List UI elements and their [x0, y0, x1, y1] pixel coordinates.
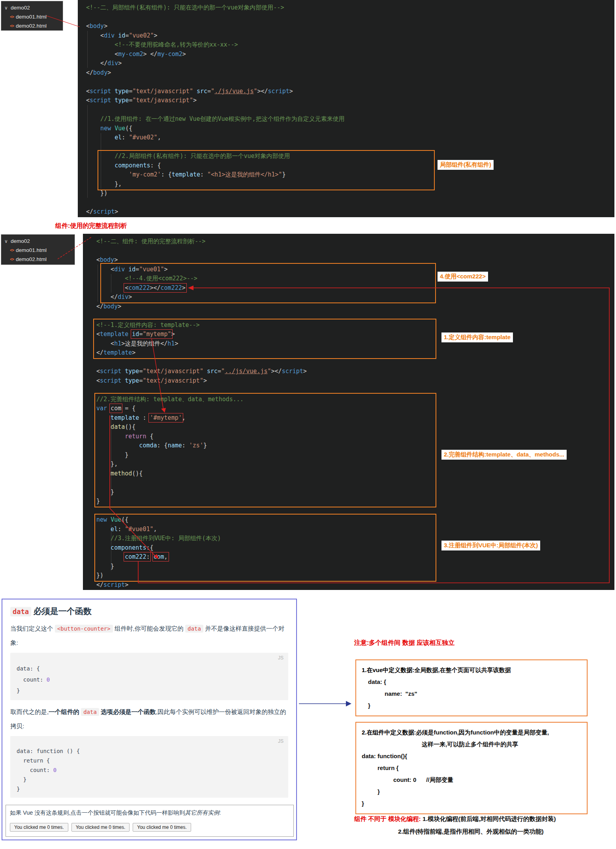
file-explorer-1: ∨ demo02 <> demo01.html <> demo02.html: [1, 1, 63, 31]
doc-code-2: data: function () { return { count: 0 }}: [17, 746, 282, 794]
explorer-file-demo01[interactable]: <> demo01.html: [1, 246, 75, 255]
explorer-folder-demo02[interactable]: ∨ demo02: [1, 3, 63, 12]
file-label: demo01.html: [16, 14, 47, 20]
note-item-2: 2.组件(特指前端,是指作用相同、外观相似的一类功能): [398, 828, 544, 836]
file-label: demo02.html: [16, 256, 47, 262]
note-independent-data: 注意:多个组件间 数据 应该相互独立: [354, 639, 454, 647]
counter-button-3[interactable]: You clicked me 0 times.: [133, 823, 191, 832]
doc-code-block-1: JS data: { count: 0}: [10, 653, 288, 700]
html-file-icon: <>: [10, 15, 14, 19]
doc-title: data 必须是一个函数: [10, 606, 288, 617]
note-red-lead: 组件 不同于 模块化编程:: [354, 815, 421, 822]
explorer-file-demo01[interactable]: <> demo01.html: [1, 12, 63, 21]
code-editor-demo02[interactable]: <!--二、组件: 使用的完整流程剖析--> <body> <div id="v…: [83, 234, 614, 590]
note-box-global-data: 1.在vue中定义数据:全局数据,在整个页面可以共享该数据data: {name…: [355, 659, 588, 716]
flow-title: 组件:使用的完整流程剖析: [55, 222, 127, 230]
folder-label: demo02: [11, 238, 30, 244]
annotation-label-use: 4.使用<com222>: [438, 272, 488, 282]
note-box1-lines: 1.在vue中定义数据:全局数据,在整个页面可以共享该数据data: {name…: [362, 664, 581, 712]
html-file-icon: <>: [10, 24, 14, 28]
note-item-1: 1.模块化编程(前后端,对相同代码进行的数据封装): [423, 815, 556, 822]
doc-warning-text: 如果 Vue 没有这条规则,点击一个按钮就可能会像如下代码一样影响到其它所有实例…: [10, 809, 289, 817]
counter-button-1[interactable]: You clicked me 0 times.: [10, 823, 68, 832]
doc-paragraph-1: 当我们定义这个 <button-counter> 组件时,你可能会发现它的 da…: [10, 622, 288, 650]
demo-buttons-row: You clicked me 0 times. You clicked me 0…: [10, 823, 289, 832]
annotation-label-define: 1.定义组件内容:template: [441, 332, 513, 342]
file-explorer-2: ∨ demo02 <> demo01.html <> demo02.html: [1, 234, 75, 265]
note-box2-lines: 2.在组件中定义数据:必须是function,因为function中的变量是局部…: [362, 727, 581, 810]
counter-button-2[interactable]: You clicked me 0 times.: [71, 823, 130, 832]
chevron-down-icon: ∨: [4, 239, 9, 244]
editor2-code[interactable]: <!--二、组件: 使用的完整流程剖析--> <body> <div id="v…: [83, 234, 614, 590]
folder-label: demo02: [11, 5, 30, 11]
doc-code-1: data: { count: 0}: [17, 663, 282, 696]
chevron-down-icon: ∨: [4, 5, 9, 11]
annotation-label-improve: 2.完善组件结构:template、data、methods...: [441, 450, 567, 460]
editor1-code[interactable]: <!--二、局部组件(私有组件): 只能在选中的那一个vue对象内部使用--> …: [78, 0, 614, 217]
annotation-label-register: 3.注册组件到VUE中:局部组件(本次): [441, 541, 540, 550]
explorer-folder-demo02[interactable]: ∨ demo02: [1, 237, 75, 246]
doc-paragraph-2: 取而代之的是,一个组件的 data 选项必须是一个函数,因此每个实例可以维护一份…: [10, 705, 288, 733]
doc-warning-box: 如果 Vue 没有这条规则,点击一个按钮就可能会像如下代码一样影响到其它所有实例…: [6, 805, 294, 837]
html-file-icon: <>: [10, 257, 14, 261]
doc-title-code: data: [10, 607, 31, 616]
doc-title-text: 必须是一个函数: [31, 607, 92, 616]
explorer-file-demo02[interactable]: <> demo02.html: [1, 255, 75, 264]
note-component-vs-module: 组件 不同于 模块化编程: 1.模块化编程(前后端,对相同代码进行的数据封装): [354, 815, 556, 823]
js-lang-badge: JS: [278, 738, 284, 744]
note-box-component-data: 2.在组件中定义数据:必须是function,因为function中的变量是局部…: [355, 722, 588, 814]
annotation-label-private-component: 局部组件(私有组件): [438, 160, 494, 170]
file-label: demo02.html: [16, 23, 47, 29]
page: <!--二、局部组件(私有组件): 只能在选中的那一个vue对象内部使用--> …: [0, 0, 616, 849]
js-lang-badge: JS: [278, 655, 284, 661]
html-file-icon: <>: [10, 248, 14, 252]
file-label: demo01.html: [16, 247, 47, 253]
explorer-file-demo02[interactable]: <> demo02.html: [1, 21, 63, 30]
code-editor-demo01[interactable]: <!--二、局部组件(私有组件): 只能在选中的那一个vue对象内部使用--> …: [78, 0, 614, 217]
doc-code-block-2: JS data: function () { return { count: 0…: [10, 736, 288, 798]
vue-doc-panel: data 必须是一个函数 当我们定义这个 <button-counter> 组件…: [2, 599, 297, 840]
